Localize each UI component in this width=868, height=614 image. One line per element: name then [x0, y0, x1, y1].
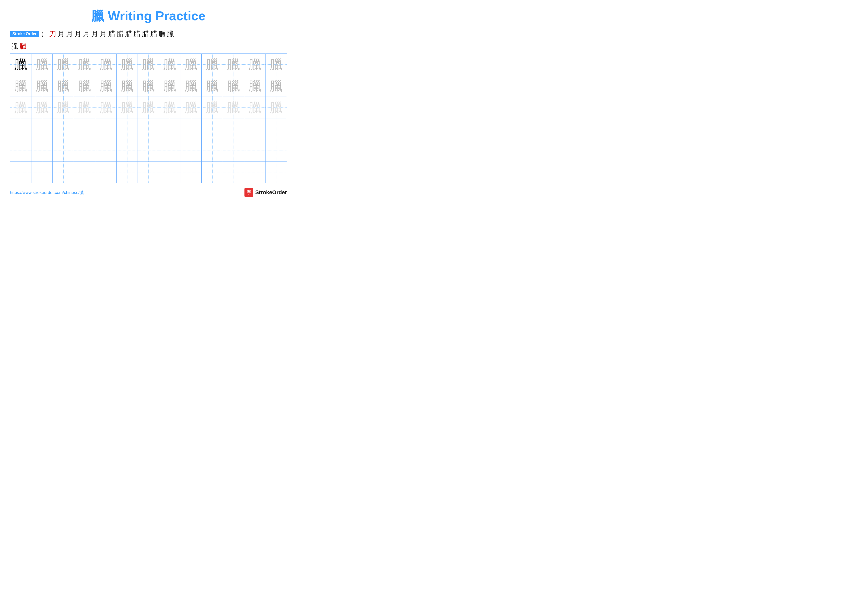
- grid-cell: 臘: [202, 97, 223, 118]
- practice-char-medium: 臘: [163, 77, 176, 95]
- practice-char-medium: 臘: [99, 56, 112, 73]
- page-title: 臘 Writing Practice: [10, 8, 287, 25]
- practice-char-medium: 臘: [270, 56, 282, 73]
- grid-row-3: 臘 臘 臘 臘 臘 臘 臘 臘 臘 臘 臘 臘: [10, 97, 287, 118]
- practice-char-medium: 臘: [142, 56, 155, 73]
- practice-grid: 臘 臘 臘 臘 臘 臘 臘 臘 臘 臘 臘 臘: [10, 53, 287, 183]
- grid-cell: 臘: [202, 75, 223, 96]
- grid-cell: [95, 118, 116, 140]
- grid-cell: [180, 162, 202, 183]
- practice-char-medium: 臘: [163, 56, 176, 73]
- grid-cell: 臘: [53, 75, 74, 96]
- grid-cell: 臘: [223, 75, 244, 96]
- practice-char-medium: 臘: [57, 56, 70, 73]
- grid-cell: 臘: [265, 97, 287, 118]
- grid-cell: 臘: [244, 97, 265, 118]
- grid-cell: [74, 118, 95, 140]
- grid-cell: [10, 118, 31, 140]
- grid-cell: [10, 140, 31, 161]
- practice-char-medium: 臘: [121, 77, 133, 95]
- stroke-char: 臘: [166, 29, 175, 39]
- footer: https://www.strokeorder.com/chinese/臘 字 …: [10, 188, 287, 197]
- grid-cell: [31, 140, 53, 161]
- grid-cell: [10, 162, 31, 183]
- stroke-order-section: Stroke Order ） 刀 月 月 月 月 月 月 腊 腊 腊 腊 腊 腊…: [10, 29, 287, 39]
- grid-cell: 臘: [244, 75, 265, 96]
- grid-cell: [138, 162, 159, 183]
- grid-cell: 臘: [53, 97, 74, 118]
- grid-cell: 臘: [116, 75, 138, 96]
- grid-row-6: [10, 162, 287, 183]
- stroke-chars-row2: 臘 臘: [10, 42, 287, 51]
- practice-char-medium: 臘: [99, 77, 112, 95]
- practice-char-light: 臘: [206, 99, 219, 116]
- practice-char-medium: 臘: [248, 56, 261, 73]
- grid-cell: 臘: [95, 75, 116, 96]
- grid-cell: [244, 140, 265, 161]
- grid-cell: 臘: [31, 97, 53, 118]
- stroke-char: ）: [40, 29, 48, 39]
- stroke-chars-row1: ） 刀 月 月 月 月 月 月 腊 腊 腊 腊 腊 腊 臘 臘: [40, 29, 175, 39]
- grid-row-1: 臘 臘 臘 臘 臘 臘 臘 臘 臘 臘 臘 臘: [10, 54, 287, 75]
- grid-cell: [53, 118, 74, 140]
- grid-cell: 臘: [180, 54, 202, 75]
- grid-cell: 臘: [74, 54, 95, 75]
- logo-text: StrokeOrder: [255, 189, 287, 196]
- practice-char-light: 臘: [227, 99, 240, 116]
- practice-char-light: 臘: [36, 99, 48, 116]
- practice-char-medium: 臘: [36, 56, 48, 73]
- stroke-char: 刀: [48, 29, 57, 39]
- practice-char-light: 臘: [14, 99, 27, 116]
- grid-cell: 臘: [159, 75, 180, 96]
- practice-char-medium: 臘: [227, 56, 240, 73]
- grid-cell: 臘: [180, 75, 202, 96]
- stroke-char: 月: [65, 29, 74, 39]
- grid-cell: [180, 140, 202, 161]
- grid-cell: 臘: [223, 54, 244, 75]
- grid-cell: 臘: [31, 75, 53, 96]
- practice-char-medium: 臘: [270, 77, 282, 95]
- practice-char-dark: 臘: [14, 56, 27, 73]
- grid-cell: [95, 140, 116, 161]
- practice-char-medium: 臘: [184, 56, 197, 73]
- grid-cell: [138, 140, 159, 161]
- practice-char-light: 臘: [270, 99, 282, 116]
- grid-row-2: 臘 臘 臘 臘 臘 臘 臘 臘 臘 臘 臘 臘: [10, 75, 287, 97]
- stroke-char: 月: [57, 29, 65, 39]
- grid-cell: [180, 118, 202, 140]
- footer-url[interactable]: https://www.strokeorder.com/chinese/臘: [10, 190, 84, 196]
- grid-cell: [116, 140, 138, 161]
- grid-cell: [95, 162, 116, 183]
- practice-char-light: 臘: [142, 99, 155, 116]
- grid-cell: 臘: [95, 54, 116, 75]
- grid-cell: [244, 162, 265, 183]
- grid-cell: 臘: [202, 54, 223, 75]
- grid-cell: 臘: [95, 97, 116, 118]
- grid-cell: 臘: [74, 75, 95, 96]
- grid-cell: 臘: [10, 97, 31, 118]
- stroke-char: 腊: [141, 29, 149, 39]
- stroke-char: 臘: [10, 42, 19, 51]
- grid-cell: [202, 140, 223, 161]
- grid-cell: 臘: [10, 54, 31, 75]
- practice-char-medium: 臘: [248, 77, 261, 95]
- grid-cell: 臘: [138, 75, 159, 96]
- practice-char-medium: 臘: [36, 77, 48, 95]
- stroke-char-last: 臘: [19, 42, 27, 51]
- practice-char-medium: 臘: [78, 77, 91, 95]
- grid-cell: [53, 140, 74, 161]
- grid-cell: [223, 118, 244, 140]
- grid-cell: [31, 118, 53, 140]
- grid-cell: [159, 162, 180, 183]
- grid-cell: [265, 162, 287, 183]
- stroke-char: 月: [91, 29, 99, 39]
- practice-char-medium: 臘: [121, 56, 133, 73]
- grid-cell: [74, 140, 95, 161]
- stroke-char: 月: [99, 29, 107, 39]
- grid-cell: [74, 162, 95, 183]
- practice-char-light: 臘: [121, 99, 133, 116]
- stroke-char: 臘: [158, 29, 166, 39]
- grid-cell: 臘: [159, 54, 180, 75]
- grid-cell: 臘: [116, 97, 138, 118]
- grid-cell: 臘: [138, 54, 159, 75]
